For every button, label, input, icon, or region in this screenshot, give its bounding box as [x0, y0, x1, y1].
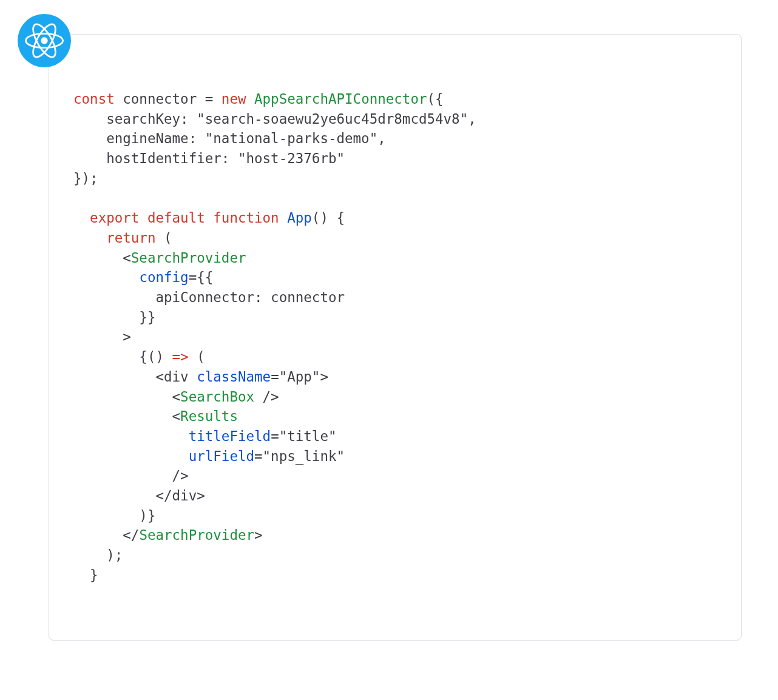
- code-card: const connector = new AppSearchAPIConnec…: [49, 34, 742, 641]
- svg-point-0: [41, 37, 47, 44]
- code-line: </div>: [73, 488, 205, 503]
- kw-const: const: [73, 91, 115, 107]
- kw-function: function: [205, 210, 279, 226]
- tag-searchprovider-open: SearchProvider: [131, 250, 246, 266]
- code-line: );: [73, 547, 123, 563]
- kw-new: new: [222, 91, 246, 107]
- arrow: =>: [172, 349, 189, 365]
- attr-classname: className: [197, 369, 271, 385]
- fn-connector: AppSearchAPIConnector: [254, 91, 427, 107]
- code-line: searchKey: "search-soaewu2ye6uc45dr8mcd5…: [73, 111, 476, 127]
- tag-searchprovider-close: SearchProvider: [139, 527, 254, 543]
- attr-titlefield: titleField: [189, 428, 271, 444]
- tag-searchbox: SearchBox: [180, 389, 254, 405]
- code-block: const connector = new AppSearchAPIConnec…: [73, 89, 717, 585]
- code-line: }}: [73, 309, 155, 325]
- code-line: engineName: "national-parks-demo",: [73, 130, 386, 146]
- code-line: apiConnector: connector: [73, 289, 345, 305]
- tag-results: Results: [180, 408, 238, 424]
- kw-export: export: [73, 210, 139, 226]
- react-icon: [25, 21, 64, 60]
- code-line: });: [73, 170, 98, 186]
- attr-urlfield: urlField: [189, 448, 254, 464]
- kw-return: return: [106, 230, 155, 246]
- code-line: }: [73, 567, 98, 583]
- react-logo-badge: [18, 14, 71, 67]
- kw-default: default: [139, 210, 205, 226]
- code-line: >: [73, 329, 131, 345]
- fn-app: App: [287, 210, 312, 226]
- attr-config: config: [139, 269, 188, 285]
- code-line: )}: [73, 508, 155, 523]
- code-line: />: [73, 468, 189, 483]
- code-line: hostIdentifier: "host-2376rb": [73, 150, 345, 166]
